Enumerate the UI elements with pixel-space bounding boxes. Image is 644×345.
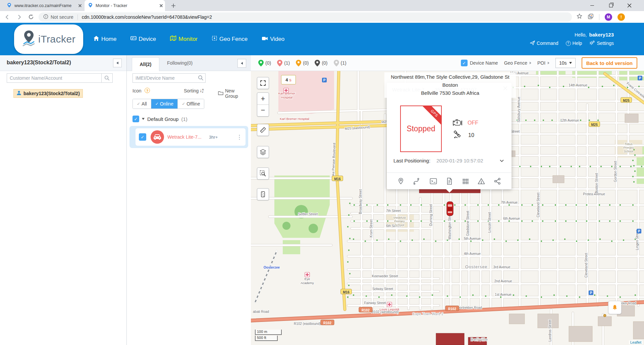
command-link[interactable]: Command — [530, 40, 558, 46]
map-canvas[interactable]: 15th Avenue14th Avenue13th Avenue12th St… — [251, 71, 644, 345]
info-icon[interactable] — [43, 14, 48, 20]
expand-chevron-icon[interactable] — [499, 158, 505, 165]
measure-control[interactable] — [257, 124, 269, 136]
map-region: (0)(1)(0)(0)(1) ✓ Device Name Geo Fence … — [251, 55, 644, 345]
zoom-out-button[interactable]: − — [257, 105, 269, 116]
device-panel-collapse-button[interactable] — [237, 59, 246, 68]
command-icon[interactable] — [429, 177, 437, 185]
tab-all[interactable]: All(2) — [132, 57, 159, 71]
group-name[interactable]: Default Group — [147, 116, 178, 122]
device-menu-icon[interactable]: ⋮ — [236, 134, 242, 141]
reload-icon[interactable] — [26, 13, 35, 21]
browser-tab-1[interactable]: www.itracker.co.za/mainFrame — [3, 0, 84, 11]
leaflet-attribution[interactable]: Leaflet — [629, 340, 643, 344]
nav-video[interactable]: Video — [262, 36, 284, 43]
nav-home[interactable]: Home — [93, 36, 116, 43]
search-icon[interactable] — [198, 75, 204, 82]
svg-text:Hospital: Hospital — [281, 95, 292, 99]
fullscreen-control[interactable] — [257, 77, 269, 89]
settings-link[interactable]: Settings — [589, 40, 614, 46]
svg-text:School: School — [624, 150, 633, 153]
window-close-button[interactable] — [622, 0, 637, 11]
filter-offline-button[interactable]: ✓Offline — [178, 99, 204, 109]
notification-bell-button[interactable] — [608, 301, 622, 314]
sorting-control[interactable]: Sorting ↓ Az — [184, 88, 204, 93]
filter-all-button[interactable]: ✓All — [133, 99, 151, 109]
poi-menu[interactable]: POI — [537, 60, 549, 66]
svg-text:Eye: Eye — [305, 277, 310, 281]
car-icon — [151, 130, 164, 144]
idle-pin[interactable]: (0) — [296, 60, 309, 67]
refresh-interval-select[interactable]: 10s — [555, 58, 576, 68]
customer-panel-collapse-button[interactable] — [113, 59, 122, 67]
customer-panel: bakery123(Stock2/Total2) bakery123(Stock… — [0, 55, 127, 345]
address-bar[interactable]: Not secure cdn.10000track.com/consoleNew… — [39, 12, 572, 22]
area-search-control[interactable] — [257, 167, 269, 180]
extension-icon[interactable] — [588, 13, 594, 21]
playback-icon[interactable] — [413, 177, 422, 185]
offline-pin[interactable]: (1) — [334, 60, 346, 67]
forward-icon[interactable] — [15, 13, 23, 21]
acc-status: OFF — [468, 120, 478, 126]
browser-urlbar: Not secure cdn.10000track.com/consoleNew… — [0, 11, 644, 23]
help-link[interactable]: ? Help — [566, 40, 582, 46]
customer-search-input[interactable] — [7, 73, 101, 83]
browser-tab-2[interactable]: Monitor - Tracker — [85, 0, 165, 11]
group-expand-icon[interactable] — [142, 118, 145, 120]
customer-search-button[interactable] — [101, 73, 113, 83]
svg-text:Karl Bremer Hospital: Karl Bremer Hospital — [280, 117, 309, 121]
device-card[interactable]: ✓ Wetrack Lite-7... 3hr+ ⋮ — [129, 126, 248, 148]
sort-az-icon: ↓ Az — [200, 88, 204, 93]
popup-tail — [446, 189, 453, 193]
profile-avatar[interactable]: M — [605, 13, 612, 21]
window-minimize-button[interactable] — [584, 0, 600, 11]
satellite-icon — [453, 130, 462, 140]
svg-text:Oostersee: Oostersee — [465, 265, 488, 269]
filter-online-button[interactable]: ✓Online — [151, 99, 178, 109]
device-checkbox[interactable]: ✓ — [139, 133, 146, 141]
nav-geofence[interactable]: Geo Fence — [212, 36, 248, 43]
stopped-pin[interactable]: (1) — [277, 60, 290, 67]
tab-close-icon[interactable] — [76, 3, 81, 8]
fence-icon[interactable] — [462, 177, 470, 185]
svg-text:M25: M25 — [591, 123, 598, 127]
new-group-button[interactable]: New Group — [218, 88, 245, 99]
tab-close-icon[interactable] — [157, 3, 162, 8]
logo-text: iTracker — [38, 33, 75, 45]
customer-tree-item[interactable]: bakery123(Stock2/Total2) — [13, 89, 83, 98]
back-to-old-version-button[interactable]: Back to old version — [582, 57, 637, 69]
svg-text:Salisbury Avenue: Salisbury Avenue — [517, 96, 521, 123]
svg-text:3rd Avenue: 3rd Avenue — [493, 265, 511, 269]
nav-monitor[interactable]: Monitor — [170, 36, 198, 43]
device-name-toggle[interactable]: ✓ Device Name — [461, 60, 498, 66]
icon-help-icon[interactable]: ? — [145, 88, 150, 93]
window-restore-button[interactable] — [603, 0, 619, 11]
cluster-control[interactable] — [257, 188, 269, 200]
online-pin[interactable]: (0) — [258, 60, 271, 67]
device-name-checkbox[interactable]: ✓ — [461, 60, 468, 66]
alarm-icon[interactable] — [477, 177, 485, 185]
geo-fence-menu[interactable]: Geo Fence — [504, 60, 531, 66]
bookmark-star-icon[interactable] — [577, 13, 582, 20]
device-search-input[interactable] — [132, 73, 206, 83]
zoom-in-button[interactable]: + — [257, 93, 269, 105]
video-camera-icon — [262, 36, 268, 43]
parking-icon: P — [638, 76, 642, 80]
back-icon[interactable] — [3, 13, 12, 21]
svg-text:P: P — [590, 291, 592, 295]
layers-control[interactable] — [257, 146, 269, 158]
browser-tabbar: www.itracker.co.za/mainFrame Monitor - T… — [0, 0, 644, 11]
tab-title: www.itracker.co.za/mainFrame — [14, 3, 73, 8]
icon-setting-label[interactable]: Icon — [132, 88, 141, 93]
tab-following[interactable]: Following(0) — [164, 55, 196, 71]
locate-icon[interactable] — [397, 177, 405, 185]
group-checkbox[interactable]: ✓ — [132, 116, 139, 122]
geofence-icon — [212, 36, 217, 43]
nav-device[interactable]: Device — [130, 36, 156, 43]
chrome-menu-icon[interactable]: ! — [618, 13, 625, 21]
alarm-pin[interactable]: (0) — [315, 60, 327, 67]
share-icon[interactable] — [493, 177, 501, 185]
device-name[interactable]: Wetrack Lite-7... — [167, 134, 207, 140]
new-tab-button[interactable] — [170, 2, 177, 9]
report-icon[interactable] — [445, 177, 453, 185]
